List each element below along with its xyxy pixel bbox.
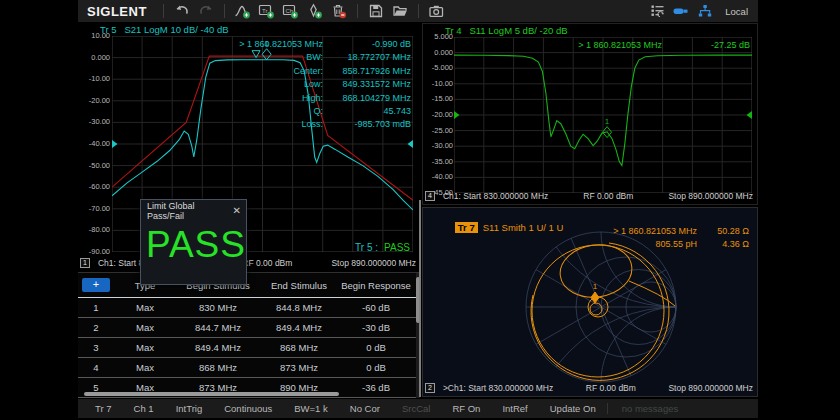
add-trace-window-button[interactable]: Tr [255, 2, 279, 20]
s11-rf-power: RF 0.00 dBm [548, 191, 668, 201]
local-mode-label[interactable]: Local [725, 6, 748, 17]
y-tick-label: -5.000 [421, 64, 453, 72]
table-cell[interactable]: 0 dB [338, 342, 414, 353]
marker-readout-label: BW: [231, 51, 323, 64]
add-limit-button[interactable]: + [82, 278, 110, 292]
marker-readout-value: 4.36 Ω [697, 238, 749, 251]
open-button[interactable] [388, 2, 412, 20]
y-tick-label: -90.00 [78, 248, 110, 256]
dialog-titlebar[interactable]: Limit Global Pass/Fail ✕ [141, 200, 246, 219]
table-cell[interactable]: Max [114, 342, 176, 353]
save-button[interactable] [364, 2, 388, 20]
marker-readout-row: BW:18.772707 MHz [231, 51, 411, 64]
smith-start-freq: >Ch1: Start 830.000000 MHz [443, 383, 553, 393]
table-cell[interactable]: 849.4 MHz [260, 322, 338, 333]
toolbar: SIGLENT Tr [78, 0, 758, 23]
add-channel-button[interactable]: Ch [279, 2, 303, 20]
smith-rf-power: RF 0.00 dBm [553, 383, 668, 393]
marker-readout-label: > 1 860.821053 MHz [231, 38, 323, 51]
table-row[interactable]: 1Max830 MHz844.8 MHz-60 dB [78, 298, 420, 318]
marker-readout-label: High: [231, 92, 323, 105]
s11-footer: 4 Ch1: Start 830.000000 MHz RF 0.00 dBm … [425, 189, 753, 202]
table-row[interactable]: 3Max849.4 MHz868 MHz0 dB [78, 338, 420, 358]
dialog-close-icon[interactable]: ✕ [233, 205, 241, 216]
smith-stop-freq: Stop 890.000000 MHz [668, 383, 753, 393]
table-row[interactable]: 2Max844.7 MHz849.4 MHz-30 dB [78, 318, 420, 338]
smith-chart-panel: 1 Tr 7S11 Smith 1 U/ 1 U > 1 860.821053 … [422, 207, 758, 397]
marker-readout-label: Low: [231, 78, 323, 91]
marker-readout-row: > 1 860.821053 MHz-27.25 dB [570, 39, 750, 52]
s11-window-badge: 4 [425, 191, 435, 201]
marker-readout-row: Q:45.743 [231, 105, 411, 118]
open-icon [392, 3, 408, 19]
table-cell[interactable]: -60 dB [338, 302, 414, 313]
table-row[interactable]: 4Max868 MHz873 MHz0 dB [78, 358, 420, 378]
y-tick-label: 0.000 [78, 54, 110, 62]
lan-status-button[interactable] [693, 2, 717, 20]
usb-status-button[interactable] [669, 2, 693, 20]
table-cell[interactable]: 2 [78, 322, 114, 333]
status-item-rf-on[interactable]: RF On [441, 403, 491, 414]
table-horizontal-scrollbar[interactable] [84, 392, 339, 396]
status-item-update-on[interactable]: Update On [539, 403, 607, 414]
status-item-continuous[interactable]: Continuous [213, 403, 283, 414]
y-tick-label: -60.00 [78, 183, 110, 191]
status-item-bw-1-k[interactable]: BW=1 k [283, 403, 339, 414]
table-cell[interactable]: 1 [78, 302, 114, 313]
panel-splitter[interactable] [419, 200, 421, 397]
status-item-no-messages[interactable]: no messages [607, 403, 690, 414]
table-cell[interactable]: 844.8 MHz [260, 302, 338, 313]
table-cell[interactable]: 873 MHz [260, 362, 338, 373]
table-cell[interactable]: 868 MHz [260, 342, 338, 353]
marker-readout-row: High:868.104279 MHz [231, 92, 411, 105]
marker-readout-value: -0.990 dB [323, 38, 411, 51]
marker-readout-value: 868.104279 MHz [323, 92, 411, 105]
s11-start-freq: Ch1: Start 830.000000 MHz [443, 191, 548, 201]
table-cell[interactable]: 830 MHz [176, 302, 260, 313]
marker-readout-value: -27.25 dB [662, 39, 750, 52]
y-tick-label: -50.00 [78, 162, 110, 170]
table-cell[interactable]: Max [114, 322, 176, 333]
status-item-intref[interactable]: IntRef [491, 403, 538, 414]
table-cell[interactable]: -36 dB [338, 382, 414, 393]
redo-icon [198, 3, 214, 19]
table-cell[interactable]: Max [114, 362, 176, 373]
toolbar-separator [418, 4, 419, 18]
table-cell[interactable]: 4 [78, 362, 114, 373]
add-marker-button[interactable] [303, 2, 327, 20]
marker-readout-row: Loss:-985.703 mdB [231, 118, 411, 131]
status-item-no-cor[interactable]: No Cor [339, 403, 391, 414]
table-cell[interactable]: 868 MHz [176, 362, 260, 373]
table-cell[interactable]: Max [114, 302, 176, 313]
s21-status-value: PASS [384, 242, 410, 253]
s21-plot-title: Tr 5 S21 LogM 10 dB/ -40 dB [100, 24, 229, 35]
sweep-setup-button[interactable] [645, 2, 669, 20]
marker-readout-row: Low:849.331572 MHz [231, 78, 411, 91]
table-cell[interactable]: 844.7 MHz [176, 322, 260, 333]
screenshot-button[interactable] [425, 2, 449, 20]
status-item-srccal[interactable]: SrcCal [391, 403, 442, 414]
table-cell[interactable]: 849.4 MHz [176, 342, 260, 353]
add-trace-window-icon: Tr [258, 3, 275, 19]
add-limit-cell: + [78, 278, 114, 292]
smith-footer: 2 >Ch1: Start 830.000000 MHz RF 0.00 dBm… [425, 381, 753, 394]
y-tick-label: -25.00 [421, 127, 453, 135]
status-item-inttrig[interactable]: IntTrig [165, 403, 214, 414]
redo-button[interactable] [194, 2, 218, 20]
marker-readout-value: 18.772707 MHz [323, 51, 411, 64]
add-trace-button[interactable] [231, 2, 255, 20]
undo-button[interactable] [170, 2, 194, 20]
table-cell[interactable]: 0 dB [338, 362, 414, 373]
table-cell[interactable]: 3 [78, 342, 114, 353]
delete-button[interactable] [327, 2, 351, 20]
y-tick-label: -15.00 [421, 95, 453, 103]
status-item-ch-1[interactable]: Ch 1 [123, 403, 165, 414]
smith-trace-badge[interactable]: Tr 7 [455, 222, 478, 233]
toolbar-separator [163, 4, 164, 18]
status-item-tr-7[interactable]: Tr 7 [84, 403, 123, 414]
table-cell[interactable]: -30 dB [338, 322, 414, 333]
marker-readout-label: > 1 860.821053 MHz [579, 225, 697, 238]
svg-text:Tr: Tr [262, 8, 267, 14]
marker-readout-label: > 1 860.821053 MHz [570, 39, 662, 52]
passfail-result: PASS [141, 219, 246, 271]
